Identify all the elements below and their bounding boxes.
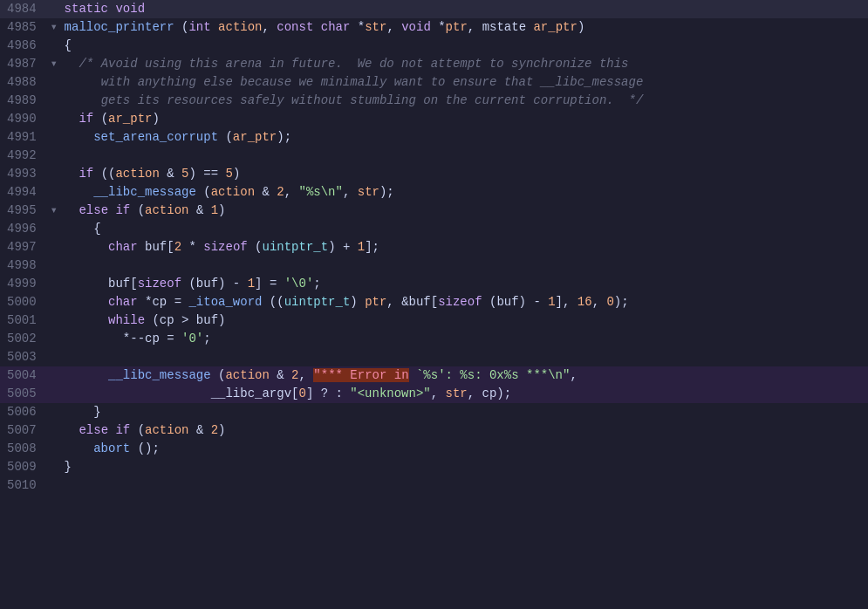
line-number: 4984	[0, 0, 47, 18]
token-kw: if	[79, 112, 93, 126]
token-param: ar_ptr	[533, 20, 577, 34]
line-content: set_arena_corrupt (ar_ptr);	[61, 128, 868, 147]
code-line: 4991 set_arena_corrupt (ar_ptr);	[0, 128, 868, 147]
token-plain: &	[188, 203, 210, 217]
token-param: action	[211, 185, 255, 199]
line-content: with anything else because we minimally …	[61, 73, 868, 92]
token-plain: ,	[284, 185, 299, 199]
code-line: 4987▾ /* Avoid using this arena in futur…	[0, 55, 868, 73]
line-content: }	[61, 458, 868, 476]
token-plain: )	[152, 112, 159, 126]
token-plain: (cp > buf)	[145, 313, 225, 327]
token-str: "<unknown>"	[350, 387, 430, 400]
token-param: ptr	[446, 20, 468, 34]
code-line: 4995▾ else if (action & 1)	[0, 202, 868, 220]
line-number: 5010	[0, 476, 47, 495]
line-content	[61, 147, 868, 165]
code-lines: 4984 static void4985▾malloc_printerr (in…	[0, 0, 868, 495]
fold-indicator	[47, 257, 61, 275]
line-number: 4986	[0, 37, 47, 55]
token-plain: ,	[570, 368, 577, 382]
token-kw: while	[108, 313, 145, 327]
token-str: '0'	[181, 332, 203, 346]
line-number: 4993	[0, 165, 47, 183]
token-plain: ] ? :	[306, 387, 350, 400]
code-line: 4989 gets its resources safely without s…	[0, 92, 868, 110]
token-plain	[211, 20, 218, 34]
token-plain: &	[160, 167, 181, 181]
token-plain: ,	[592, 295, 607, 309]
fold-indicator	[47, 128, 61, 147]
code-line: 5005 __libc_argv[0] ? : "<unknown>", str…	[0, 385, 868, 403]
token-plain: buf[	[108, 277, 138, 291]
line-content: __libc_message (action & 2, "%s\n", str)…	[61, 183, 868, 202]
code-line: 5008 abort ();	[0, 440, 868, 458]
fold-indicator	[47, 385, 61, 403]
fold-indicator	[47, 183, 61, 202]
token-fn: malloc_printerr	[65, 20, 174, 34]
fold-indicator[interactable]: ▾	[47, 55, 61, 73]
line-content: char buf[2 * sizeof (uintptr_t) + 1];	[61, 238, 868, 257]
token-plain: (	[130, 423, 145, 437]
token-num: 1	[358, 240, 365, 254]
line-content: buf[sizeof (buf) - 1] = '\0';	[61, 275, 868, 293]
token-comment: with anything else because we minimally …	[79, 75, 643, 89]
code-line: 4993 if ((action & 5) == 5)	[0, 165, 868, 183]
token-plain: , mstate	[468, 20, 534, 34]
code-line: 4994 __libc_message (action & 2, "%s\n",…	[0, 183, 868, 202]
token-fn: _itoa_word	[188, 295, 262, 309]
code-line: 4997 char buf[2 * sizeof (uintptr_t) + 1…	[0, 238, 868, 257]
token-param: ptr	[365, 295, 386, 309]
line-number: 4994	[0, 183, 47, 202]
line-content: char *cp = _itoa_word ((uintptr_t) ptr, …	[61, 293, 868, 311]
token-plain: (	[218, 130, 233, 144]
token-kw: sizeof	[438, 295, 482, 309]
line-number: 4996	[0, 220, 47, 238]
token-plain: *	[350, 20, 365, 34]
code-line: 5000 char *cp = _itoa_word ((uintptr_t) …	[0, 293, 868, 311]
token-plain: );	[496, 387, 511, 400]
line-number: 4995	[0, 202, 47, 220]
code-editor: 4984 static void4985▾malloc_printerr (in…	[0, 0, 868, 609]
token-plain: *cp =	[138, 295, 189, 309]
token-plain: (	[211, 368, 226, 382]
fold-indicator[interactable]: ▾	[47, 18, 61, 37]
token-plain: ((	[262, 295, 284, 309]
code-line: 5010	[0, 476, 868, 495]
token-param: action	[145, 423, 188, 437]
token-type: uintptr_t	[284, 295, 351, 309]
token-plain: , &buf[	[386, 295, 438, 309]
token-type: uintptr_t	[263, 240, 329, 254]
token-num: 0	[606, 295, 613, 309]
token-num: 1	[211, 203, 218, 217]
line-number: 4987	[0, 55, 47, 73]
line-number: 5002	[0, 330, 47, 348]
fold-indicator[interactable]: ▾	[47, 202, 61, 220]
fold-indicator	[47, 220, 61, 238]
line-number: 5007	[0, 421, 47, 440]
token-plain: (	[93, 112, 108, 126]
fold-indicator	[47, 311, 61, 330]
token-plain: (	[248, 240, 263, 254]
code-line: 4985▾malloc_printerr (int action, const …	[0, 18, 868, 37]
token-plain: }	[93, 405, 100, 419]
token-plain: (buf) -	[482, 295, 549, 309]
fold-indicator	[47, 476, 61, 495]
token-kw: int	[188, 20, 210, 34]
token-plain: *	[431, 20, 446, 34]
line-number: 5001	[0, 311, 47, 330]
fold-indicator	[47, 73, 61, 92]
token-str: `%s': %s: 0x%s ***\n"	[416, 368, 570, 382]
line-content: else if (action & 2)	[61, 421, 868, 440]
token-kw: else	[79, 423, 108, 437]
token-plain: (	[196, 185, 211, 199]
token-plain: (	[174, 20, 189, 34]
token-kw: if	[115, 203, 130, 217]
token-num: 5	[226, 167, 233, 181]
token-num: 16	[578, 295, 592, 309]
token-str: "%s\n"	[299, 185, 343, 199]
line-number: 4990	[0, 110, 47, 128]
token-plain: );	[379, 185, 394, 199]
token-num: 0	[298, 387, 305, 400]
token-fn: __libc_message	[108, 368, 211, 382]
